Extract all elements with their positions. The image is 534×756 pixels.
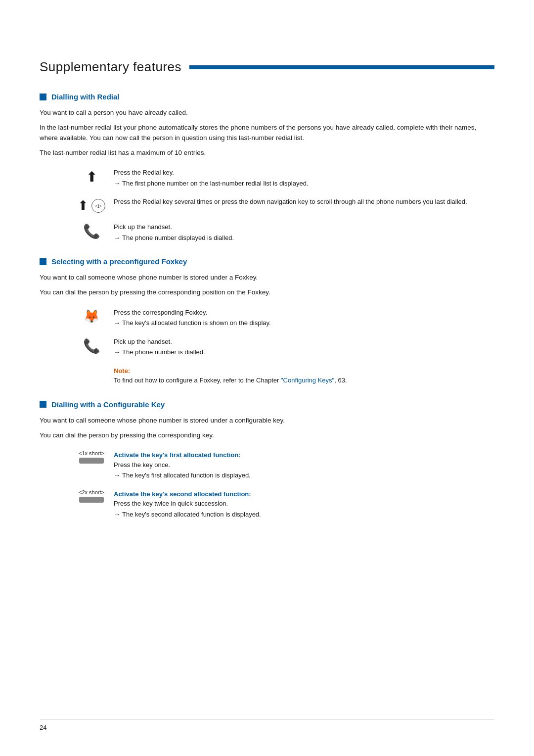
redial-step-2-text: Press the Redial key several times or pr… — [114, 197, 494, 207]
redial-up-icon: ⬆ — [86, 169, 97, 185]
redial-step-2: ⬆ ◁ ▷ Press the Redial key several times… — [69, 197, 494, 213]
config-step-2-key-label: <2x short> — [79, 489, 104, 495]
configurable-para1: You want to call someone whose phone num… — [40, 416, 494, 425]
section-square-icon-3 — [40, 401, 46, 408]
section-foxkey: Selecting with a preconfigured Foxkey Yo… — [40, 257, 494, 385]
redial-step-3-icon-cell: 📞 — [69, 222, 114, 239]
footer-line — [40, 719, 494, 719]
foxkey-note: Note: To find out how to configure a Fox… — [69, 366, 494, 385]
config-step-1-arrow-text: The key's first allocated function is di… — [122, 471, 251, 480]
foxkey-note-icon-cell — [69, 366, 114, 367]
nav-left-icon: ◁ — [95, 203, 98, 208]
arrow-config-2: → — [114, 510, 120, 520]
section-heading-foxkey: Selecting with a preconfigured Foxkey — [40, 257, 494, 266]
foxkey-para1: You want to call someone whose phone num… — [40, 273, 494, 283]
foxkey-step-2-icon-cell: 📞 — [69, 337, 114, 354]
config-step-2-arrow-text: The key's second allocated function is d… — [122, 510, 261, 520]
foxkey-step-1-arrow-text: The key's allocated function is shown on… — [122, 318, 271, 328]
section-heading-redial: Dialling with Redial — [40, 93, 494, 101]
redial-step-2-icon-cell: ⬆ ◁ ▷ — [69, 197, 114, 213]
section-heading-text-configurable: Dialling with a Configurable Key — [51, 400, 165, 409]
page-title: Supplementary features — [40, 59, 181, 75]
page-container: Supplementary features Dialling with Red… — [0, 0, 534, 756]
foxkey-steps: 🦊 Press the corresponding Foxkey. → The … — [69, 308, 494, 385]
page-header: Supplementary features — [40, 59, 494, 75]
config-step-1-text: Activate the key's first allocated funct… — [114, 450, 494, 480]
foxkey-step-2: 📞 Pick up the handset. → The phone numbe… — [69, 337, 494, 357]
arrow-1: → — [114, 179, 120, 189]
section-configurable-key: Dialling with a Configurable Key You wan… — [40, 400, 494, 520]
header-bar — [189, 65, 494, 69]
note-text: To find out how to configure a Foxkey, r… — [114, 377, 281, 384]
section-square-icon — [40, 94, 46, 100]
arrow-fox-2: → — [114, 347, 120, 357]
config-step-2-body: Press the key twice in quick succession. — [114, 500, 228, 507]
foxkey-para2: You can dial the person by pressing the … — [40, 287, 494, 297]
section-heading-text-redial: Dialling with Redial — [51, 93, 120, 101]
config-step-2: <2x short> Activate the key's second all… — [69, 489, 494, 520]
config-step-2-key-cell: <2x short> — [69, 489, 114, 503]
foxkey-step-2-arrow-text: The phone number is dialled. — [122, 347, 205, 357]
config-step-1-key-cell: <1x short> — [69, 450, 114, 464]
nav-circle-icon: ◁ ▷ — [91, 199, 105, 213]
redial-icon-2: ⬆ — [78, 198, 89, 213]
arrow-fox-1: → — [114, 318, 120, 328]
redial-para3: The last-number redial list has a maximu… — [40, 148, 494, 158]
handset-icon-1: 📞 — [83, 223, 100, 239]
config-step-2-function-label: Activate the key's second allocated func… — [114, 490, 251, 498]
redial-step-1-arrow-text: The first phone number on the last-numbe… — [122, 179, 308, 189]
redial-steps: ⬆ Press the Redial key. → The first phon… — [69, 168, 494, 242]
redial-step-1: ⬆ Press the Redial key. → The first phon… — [69, 168, 494, 188]
config-step-1-body: Press the key once. — [114, 461, 170, 469]
section-square-icon-2 — [40, 258, 46, 265]
note-link-page: 63. — [338, 377, 347, 384]
foxkey-step-1: 🦊 Press the corresponding Foxkey. → The … — [69, 308, 494, 328]
note-link[interactable]: "Configuring Keys", — [281, 377, 336, 384]
config-step-1-key-label: <1x short> — [79, 450, 104, 456]
foxkey-note-text: Note: To find out how to configure a Fox… — [114, 366, 494, 385]
section-dialling-redial: Dialling with Redial You want to call a … — [40, 93, 494, 242]
configurable-para2: You can dial the person by pressing the … — [40, 430, 494, 440]
page-number: 24 — [40, 724, 46, 731]
redial-para2: In the last-number redial list your phon… — [40, 123, 494, 143]
config-step-1-function-label: Activate the key's first allocated funct… — [114, 451, 241, 459]
arrow-3: → — [114, 233, 120, 243]
redial-step-3: 📞 Pick up the handset. → The phone numbe… — [69, 222, 494, 242]
key-shape-1 — [79, 458, 104, 464]
key-shape-2 — [79, 497, 104, 503]
section-heading-configurable: Dialling with a Configurable Key — [40, 400, 494, 409]
configurable-steps: <1x short> Activate the key's first allo… — [69, 450, 494, 519]
page-footer: 24 — [40, 719, 494, 731]
note-label: Note: — [114, 367, 130, 375]
config-step-1: <1x short> Activate the key's first allo… — [69, 450, 494, 480]
redial-step-3-arrow-text: The phone number displayed is dialled. — [122, 233, 234, 243]
arrow-config-1: → — [114, 471, 120, 480]
redial-step-1-icon-cell: ⬆ — [69, 168, 114, 185]
foxkey-step-2-text: Pick up the handset. → The phone number … — [114, 337, 494, 357]
section-heading-text-foxkey: Selecting with a preconfigured Foxkey — [51, 257, 187, 266]
redial-para1: You want to call a person you have alrea… — [40, 108, 494, 118]
redial-step-3-text: Pick up the handset. → The phone number … — [114, 222, 494, 242]
handset-icon-2: 📞 — [83, 338, 100, 354]
foxkey-step-1-icon-cell: 🦊 — [69, 308, 114, 324]
nav-right-icon: ▷ — [98, 203, 102, 208]
foxkey-step-1-text: Press the corresponding Foxkey. → The ke… — [114, 308, 494, 328]
config-step-2-text: Activate the key's second allocated func… — [114, 489, 494, 520]
foxkey-icon: 🦊 — [84, 309, 99, 324]
redial-step-1-text: Press the Redial key. → The first phone … — [114, 168, 494, 188]
